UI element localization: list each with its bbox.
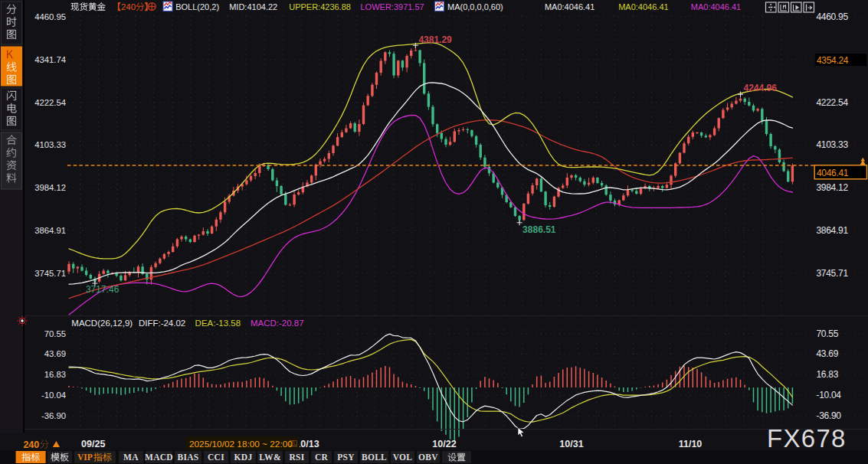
svg-text:4460.95: 4460.95 xyxy=(817,11,849,22)
svg-text:43.69: 43.69 xyxy=(44,349,66,358)
svg-text:4046.41: 4046.41 xyxy=(817,168,849,178)
svg-text:LW&: LW& xyxy=(259,453,281,462)
svg-text:240: 240 xyxy=(23,439,39,450)
svg-text:4381.29: 4381.29 xyxy=(418,34,452,45)
svg-text:16.83: 16.83 xyxy=(817,369,839,380)
svg-text:4244.96: 4244.96 xyxy=(744,83,778,93)
svg-text:VOL: VOL xyxy=(393,453,413,462)
svg-text:FX678: FX678 xyxy=(767,424,847,453)
svg-text:4103.33: 4103.33 xyxy=(34,140,66,149)
svg-text:70.55: 70.55 xyxy=(44,329,66,338)
svg-text:MA0:4046.41: MA0:4046.41 xyxy=(691,2,741,11)
svg-text:MACD:-20.87: MACD:-20.87 xyxy=(251,319,304,328)
svg-text:CCI: CCI xyxy=(208,453,224,462)
svg-text:UPPER:4236.88: UPPER:4236.88 xyxy=(289,2,351,11)
svg-text:3864.91: 3864.91 xyxy=(34,226,66,235)
svg-text:2025/10/02 18:00 ~ 22:00: 2025/10/02 18:00 ~ 22:00 xyxy=(189,439,293,449)
svg-text:-36.90: -36.90 xyxy=(817,410,842,421)
svg-text:MA0:4046.41: MA0:4046.41 xyxy=(545,2,594,11)
svg-text:10/31: 10/31 xyxy=(559,439,583,449)
svg-text:BIAS: BIAS xyxy=(177,453,198,462)
svg-text:KDJ: KDJ xyxy=(234,453,253,462)
svg-text:MID:4104.22: MID:4104.22 xyxy=(229,2,277,11)
svg-text:4460.95: 4460.95 xyxy=(34,12,66,21)
svg-text:3717.46: 3717.46 xyxy=(86,284,120,295)
svg-text:16.83: 16.83 xyxy=(44,370,66,379)
svg-text:MA(0,0,0,0,60): MA(0,0,0,0,60) xyxy=(447,2,503,11)
svg-text:DEA:-13.58: DEA:-13.58 xyxy=(195,319,241,328)
svg-text:4103.33: 4103.33 xyxy=(817,139,849,150)
svg-text:DIFF:-24.02: DIFF:-24.02 xyxy=(139,319,185,328)
svg-text:4341.74: 4341.74 xyxy=(34,55,66,64)
svg-text:-36.90: -36.90 xyxy=(41,411,66,420)
svg-text:3984.12: 3984.12 xyxy=(817,182,849,193)
svg-text:MACD(26,12,9): MACD(26,12,9) xyxy=(71,319,133,328)
svg-text:10/22: 10/22 xyxy=(432,439,456,449)
svg-text:VIP: VIP xyxy=(77,453,93,462)
svg-text:BOLL(20,2): BOLL(20,2) xyxy=(175,2,219,11)
svg-text:3745.71: 3745.71 xyxy=(34,269,66,278)
svg-text:CR: CR xyxy=(315,453,329,462)
svg-text:4222.54: 4222.54 xyxy=(817,97,849,108)
svg-text:MACD: MACD xyxy=(145,453,173,462)
svg-text:OBV: OBV xyxy=(418,453,438,462)
svg-text:3984.12: 3984.12 xyxy=(34,183,66,192)
svg-text:70.55: 70.55 xyxy=(817,328,839,339)
svg-text:4222.54: 4222.54 xyxy=(34,98,66,107)
svg-text:240: 240 xyxy=(121,2,136,11)
svg-text:LOWER:3971.57: LOWER:3971.57 xyxy=(361,2,424,11)
svg-text:BOLL: BOLL xyxy=(362,453,387,462)
svg-text:11/10: 11/10 xyxy=(679,439,703,449)
svg-text:MA0:4046.41: MA0:4046.41 xyxy=(618,2,668,11)
svg-text:-10.04: -10.04 xyxy=(817,390,842,400)
svg-text:PSY: PSY xyxy=(337,453,355,462)
svg-text:3886.51: 3886.51 xyxy=(522,224,556,235)
svg-text:-10.04: -10.04 xyxy=(41,390,66,400)
svg-text:43.69: 43.69 xyxy=(817,348,839,359)
svg-text:09/25: 09/25 xyxy=(81,439,105,449)
svg-text:3864.91: 3864.91 xyxy=(817,225,849,236)
svg-text:4354.24: 4354.24 xyxy=(817,55,849,66)
svg-text:MA: MA xyxy=(123,453,139,462)
svg-text:RSI: RSI xyxy=(289,453,304,462)
svg-text:3745.71: 3745.71 xyxy=(817,268,849,279)
